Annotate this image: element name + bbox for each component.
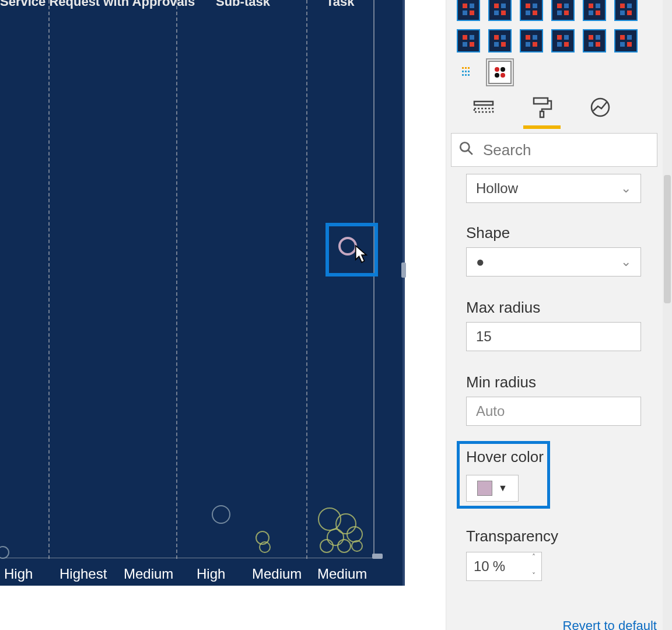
- shape-dropdown[interactable]: ● ⌄: [466, 247, 641, 276]
- tab-format[interactable]: [527, 95, 557, 123]
- marker-style-dropdown[interactable]: Hollow ⌄: [466, 174, 641, 203]
- viz-tile-custom[interactable]: [551, 29, 575, 52]
- plot-border-right: [373, 0, 374, 559]
- viz-tile-selected[interactable]: [488, 61, 512, 84]
- hover-color-picker[interactable]: ▼: [466, 475, 519, 502]
- svg-rect-37: [564, 35, 569, 40]
- mouse-cursor-icon: [355, 245, 369, 264]
- scroll-thumb[interactable]: [401, 262, 406, 278]
- scroll-thumb[interactable]: [372, 554, 383, 559]
- color-swatch: [477, 481, 492, 496]
- svg-point-59: [495, 73, 499, 78]
- revert-to-default-link[interactable]: Revert to default: [563, 618, 657, 630]
- svg-rect-39: [564, 42, 569, 47]
- hover-color-label: Hover color: [466, 448, 544, 466]
- data-marker[interactable]: [351, 540, 363, 552]
- svg-rect-24: [463, 35, 467, 40]
- fields-icon: [472, 96, 495, 123]
- svg-rect-50: [468, 67, 470, 69]
- svg-rect-27: [470, 42, 474, 47]
- format-tabs: [468, 92, 643, 126]
- viz-tile-custom[interactable]: [520, 0, 543, 21]
- svg-rect-29: [501, 35, 506, 40]
- svg-rect-36: [557, 35, 562, 40]
- paint-roller-icon: [530, 96, 554, 123]
- viz-tile-custom[interactable]: [583, 29, 606, 52]
- chevron-down-icon: ⌄: [621, 181, 631, 196]
- viz-tile-custom[interactable]: [614, 29, 638, 52]
- chevron-down-icon[interactable]: ˅: [527, 572, 540, 579]
- svg-rect-52: [465, 71, 467, 72]
- svg-rect-61: [474, 102, 493, 105]
- svg-rect-40: [589, 35, 593, 40]
- chart-scrollbar-vertical[interactable]: [402, 0, 405, 586]
- svg-rect-21: [627, 4, 632, 8]
- dropdown-value: ●: [476, 254, 485, 270]
- svg-rect-38: [557, 42, 562, 47]
- min-radius-input[interactable]: Auto: [466, 397, 641, 426]
- max-radius-input[interactable]: 15: [466, 322, 641, 351]
- x-axis: High Highest Medium High Medium Medium: [0, 559, 405, 586]
- svg-rect-45: [627, 35, 632, 40]
- transparency-spinner[interactable]: 10 % ˄˅: [466, 552, 542, 581]
- svg-rect-20: [620, 4, 625, 8]
- svg-rect-6: [494, 10, 499, 15]
- svg-rect-48: [462, 67, 464, 69]
- spinner-buttons[interactable]: ˄˅: [527, 554, 540, 579]
- tab-analytics[interactable]: [585, 95, 615, 123]
- chart-scrollbar-horizontal[interactable]: [0, 556, 405, 558]
- viz-tile-custom[interactable]: [614, 0, 638, 21]
- search-icon: [459, 141, 474, 159]
- spinner-value: 10: [474, 558, 489, 575]
- x-tick-label: Medium: [124, 566, 173, 582]
- viz-tile-custom[interactable]: [583, 0, 606, 21]
- svg-rect-64: [540, 111, 544, 117]
- tab-fields[interactable]: [468, 95, 499, 123]
- grid-line: [306, 0, 307, 559]
- viz-tile-palette[interactable]: [457, 61, 480, 84]
- data-marker[interactable]: [259, 541, 271, 553]
- grid-line: [176, 0, 177, 559]
- panel-scrollbar[interactable]: [663, 0, 672, 630]
- svg-rect-8: [526, 4, 530, 8]
- viz-tile-custom[interactable]: [551, 0, 575, 21]
- chart-canvas[interactable]: Service Request with Approvals Sub-task …: [0, 0, 405, 586]
- svg-point-57: [495, 67, 499, 72]
- transparency-label: Transparency: [466, 527, 558, 545]
- svg-rect-19: [596, 10, 600, 15]
- search-input[interactable]: [483, 141, 672, 159]
- svg-rect-18: [589, 10, 593, 15]
- visualizations-format-panel: Hollow ⌄ Shape ● ⌄ Max radius 15 Min rad…: [446, 0, 672, 630]
- scroll-thumb[interactable]: [664, 175, 671, 303]
- viz-tile-custom[interactable]: [488, 0, 512, 21]
- svg-rect-0: [463, 4, 467, 8]
- input-placeholder: Auto: [476, 403, 505, 419]
- svg-rect-51: [462, 71, 464, 72]
- svg-rect-43: [596, 42, 600, 47]
- data-marker[interactable]: [212, 505, 230, 524]
- svg-rect-54: [462, 74, 464, 76]
- svg-rect-26: [463, 42, 467, 47]
- viz-tile-custom[interactable]: [457, 29, 480, 52]
- svg-rect-5: [501, 4, 506, 8]
- svg-rect-1: [470, 4, 474, 8]
- svg-rect-14: [557, 10, 562, 15]
- viz-tile-custom[interactable]: [520, 29, 543, 52]
- svg-rect-28: [494, 35, 499, 40]
- svg-rect-46: [620, 42, 625, 47]
- svg-rect-34: [526, 42, 530, 47]
- svg-rect-15: [564, 10, 569, 15]
- spinner-unit: %: [493, 558, 505, 575]
- viz-tile-custom[interactable]: [488, 29, 512, 52]
- format-search[interactable]: [451, 133, 657, 167]
- svg-rect-25: [470, 35, 474, 40]
- viz-tile-custom[interactable]: [457, 0, 480, 21]
- svg-rect-31: [501, 42, 506, 47]
- grid-line: [48, 0, 50, 559]
- svg-rect-63: [534, 98, 548, 104]
- chevron-up-icon[interactable]: ˄: [527, 554, 540, 561]
- data-marker[interactable]: [337, 539, 351, 553]
- data-marker[interactable]: [320, 539, 334, 553]
- svg-rect-13: [564, 4, 569, 8]
- svg-rect-41: [596, 35, 600, 40]
